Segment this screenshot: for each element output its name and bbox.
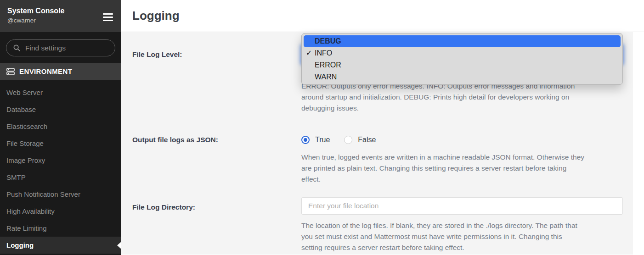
file-log-directory-input[interactable] bbox=[301, 197, 623, 215]
sidebar-item-file-storage[interactable]: File Storage bbox=[0, 135, 121, 152]
file-log-level-label: File Log Level: bbox=[132, 50, 182, 60]
app-window: System Console @cwarner Find settings EN… bbox=[0, 0, 644, 255]
sidebar-items: Web Server Database Elasticsearch File S… bbox=[0, 80, 121, 254]
dropdown-option-warn[interactable]: WARN bbox=[302, 71, 622, 83]
sidebar-item-push-notification-server[interactable]: Push Notification Server bbox=[0, 186, 121, 203]
sidebar-item-web-server[interactable]: Web Server bbox=[0, 84, 121, 101]
file-log-directory-label: File Log Directory: bbox=[132, 202, 195, 212]
menu-icon[interactable] bbox=[103, 13, 113, 21]
search-icon bbox=[13, 44, 20, 51]
sidebar-item-image-proxy[interactable]: Image Proxy bbox=[0, 152, 121, 169]
main-body: File Log Level: DEBUG ✓ INFO ERROR WARN … bbox=[121, 32, 644, 255]
dropdown-option-label: INFO bbox=[315, 49, 332, 57]
sidebar-item-logging[interactable]: Logging bbox=[0, 237, 121, 254]
search-placeholder: Find settings bbox=[25, 44, 66, 52]
dropdown-option-error[interactable]: ERROR bbox=[302, 59, 622, 71]
sidebar-item-smtp[interactable]: SMTP bbox=[0, 169, 121, 186]
radio-false-label: False bbox=[358, 136, 376, 144]
dropdown-option-info[interactable]: ✓ INFO bbox=[302, 47, 622, 59]
radio-false-control bbox=[344, 136, 352, 144]
file-log-directory-help: The location of the log files. If blank,… bbox=[301, 220, 630, 253]
console-title: System Console bbox=[7, 6, 114, 16]
radio-true-label: True bbox=[315, 136, 330, 144]
file-log-level-dropdown: DEBUG ✓ INFO ERROR WARN bbox=[301, 33, 623, 85]
page-header: Logging bbox=[121, 0, 644, 32]
page-title: Logging bbox=[132, 9, 180, 23]
current-user: @cwarner bbox=[7, 16, 114, 25]
main-content: Logging File Log Level: DEBUG ✓ INFO ERR… bbox=[121, 0, 644, 255]
section-label: ENVIRONMENT bbox=[19, 67, 72, 75]
sidebar-item-high-availability[interactable]: High Availability bbox=[0, 203, 121, 220]
json-output-help: When true, logged events are written in … bbox=[301, 152, 630, 185]
sidebar-item-elasticsearch[interactable]: Elasticsearch bbox=[0, 118, 121, 135]
radio-true-control bbox=[301, 136, 310, 144]
settings-panel: File Log Level: DEBUG ✓ INFO ERROR WARN … bbox=[121, 32, 633, 255]
sidebar: System Console @cwarner Find settings EN… bbox=[0, 0, 121, 255]
search-area: Find settings bbox=[0, 32, 121, 63]
json-output-radio-group: True False bbox=[301, 136, 390, 144]
search-input[interactable]: Find settings bbox=[6, 39, 115, 56]
sidebar-item-rate-limiting[interactable]: Rate Limiting bbox=[0, 220, 121, 237]
dropdown-option-debug[interactable]: DEBUG bbox=[304, 35, 621, 47]
file-log-level-help: ERROR: Outputs only error messages. INFO… bbox=[301, 81, 630, 114]
json-output-label: Output file logs as JSON: bbox=[132, 135, 218, 145]
sidebar-section-environment[interactable]: ENVIRONMENT bbox=[0, 63, 121, 80]
sidebar-header: System Console @cwarner bbox=[0, 0, 121, 32]
selected-caret-icon bbox=[117, 242, 121, 249]
radio-false[interactable]: False bbox=[344, 136, 376, 144]
checkmark-icon: ✓ bbox=[306, 49, 312, 57]
sidebar-item-database[interactable]: Database bbox=[0, 101, 121, 118]
sidebar-item-label: Logging bbox=[6, 241, 34, 249]
radio-true[interactable]: True bbox=[301, 136, 330, 144]
server-stack-icon bbox=[6, 68, 15, 75]
